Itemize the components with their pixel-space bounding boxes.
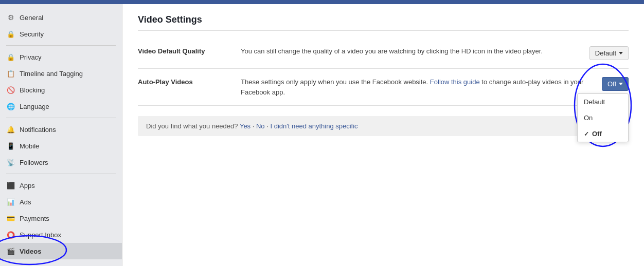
dropdown-option-on[interactable]: On [578,110,628,126]
ads-icon: 📊 [6,197,15,206]
dropdown-option-off-label: Off [592,130,602,138]
dropdown-caret-icon [619,52,623,54]
sidebar-label-general: General [20,14,43,22]
sidebar-label-language: Language [20,103,49,110]
sidebar-item-support[interactable]: ⭕ Support Inbox [0,226,122,243]
sidebar-label-mobile: Mobile [20,142,39,150]
sidebar-label-apps: Apps [20,182,35,189]
sidebar-divider-3 [6,174,116,174]
videos-icon: 🎬 [6,246,15,256]
auto-play-dropdown-menu: Default On ✓ Off [577,93,629,142]
sidebar-item-privacy[interactable]: 🔒 Privacy [0,49,122,65]
video-quality-action: Default [589,46,629,60]
sidebar-label-notifications: Notifications [20,126,56,134]
sidebar-item-notifications[interactable]: 🔔 Notifications [0,121,122,138]
sidebar-item-apps[interactable]: ⬛ Apps [0,177,122,194]
auto-play-desc-pre: These settings only apply when you use t… [241,78,430,86]
video-quality-row: Video Default Quality You can still chan… [138,38,629,69]
auto-play-dropdown[interactable]: Off [602,77,629,91]
sidebar-label-privacy: Privacy [20,53,42,61]
sidebar-label-blocking: Blocking [20,86,45,94]
auto-play-label: Auto-Play Videos [138,77,241,86]
sidebar-label-security: Security [20,30,44,38]
sidebar-divider-2 [6,118,116,118]
feedback-yes-link[interactable]: Yes [240,122,251,130]
feedback-separator-1: · [253,122,256,130]
page-title: Video Settings [138,14,629,31]
feedback-no-link[interactable]: No [256,122,265,130]
sidebar-label-timeline: Timeline and Tagging [20,70,83,78]
sidebar: ⚙ General 🔒 Security 🔒 Privacy 📋 Timelin… [0,4,122,266]
page-layout: ⚙ General 🔒 Security 🔒 Privacy 📋 Timelin… [0,4,644,266]
mobile-icon: 📱 [6,141,15,150]
auto-play-action: Off Default On ✓ Off [602,77,629,91]
dropdown-option-off[interactable]: ✓ Off [578,126,628,142]
top-bar [0,0,644,4]
lock-icon: 🔒 [6,29,15,39]
sidebar-label-ads: Ads [20,198,31,206]
video-quality-dropdown-label: Default [595,49,616,57]
feedback-bar: Did you find what you needed? Yes · No ·… [138,116,629,136]
sidebar-item-general[interactable]: ⚙ General [0,9,122,26]
auto-play-row: Auto-Play Videos These settings only app… [138,69,629,106]
sidebar-label-support: Support Inbox [20,231,61,239]
privacy-icon: 🔒 [6,52,15,62]
timeline-icon: 📋 [6,69,15,78]
gear-icon: ⚙ [6,13,15,22]
video-quality-dropdown[interactable]: Default [589,46,629,60]
support-icon: ⭕ [6,230,15,239]
sidebar-item-videos[interactable]: 🎬 Videos [0,243,122,259]
dropdown-option-on-label: On [584,114,593,122]
follow-guide-link[interactable]: Follow this guide [430,78,480,86]
video-quality-desc: You can still change the quality of a vi… [241,46,579,56]
sidebar-label-videos: Videos [20,248,41,255]
video-quality-label: Video Default Quality [138,46,241,55]
followers-icon: 📡 [6,158,15,167]
feedback-text: Did you find what you needed? [146,122,238,130]
sidebar-divider-1 [6,45,116,46]
checkmark-icon: ✓ [584,130,589,138]
sidebar-item-mobile[interactable]: 📱 Mobile [0,138,122,154]
feedback-other-link[interactable]: I didn't need anything specific [270,122,357,130]
payments-icon: 💳 [6,214,15,223]
sidebar-item-ads[interactable]: 📊 Ads [0,194,122,210]
sidebar-label-followers: Followers [20,159,48,166]
sidebar-item-followers[interactable]: 📡 Followers [0,154,122,170]
sidebar-item-payments[interactable]: 💳 Payments [0,210,122,226]
sidebar-label-payments: Payments [20,215,49,222]
dropdown-option-default-label: Default [584,98,605,106]
sidebar-item-language[interactable]: 🌐 Language [0,98,122,115]
dropdown-option-default[interactable]: Default [578,94,628,110]
sidebar-item-security[interactable]: 🔒 Security [0,26,122,42]
language-icon: 🌐 [6,102,15,111]
block-icon: 🚫 [6,85,15,94]
bell-icon: 🔔 [6,125,15,134]
apps-icon: ⬛ [6,181,15,190]
auto-play-dropdown-label: Off [607,80,616,88]
auto-play-desc: These settings only apply when you use t… [241,77,592,97]
sidebar-item-blocking[interactable]: 🚫 Blocking [0,82,122,98]
main-content: Video Settings Video Default Quality You… [122,4,644,266]
sidebar-item-timeline[interactable]: 📋 Timeline and Tagging [0,65,122,82]
dropdown-caret-icon-2 [619,83,623,85]
